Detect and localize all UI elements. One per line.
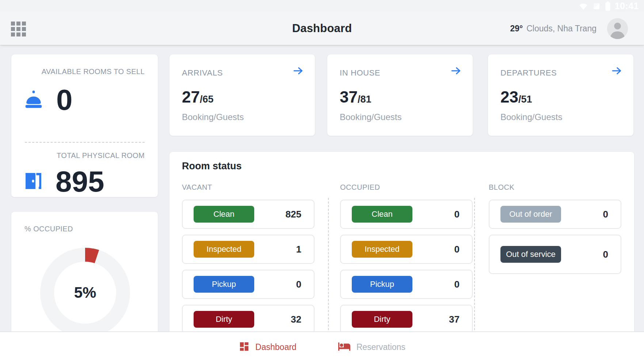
door-icon [23,171,43,193]
status-row-clean[interactable]: Clean825 [182,200,315,229]
status-pill: Clean [352,206,412,223]
stat-card-departures[interactable]: DEPARTURES23/51Booking/Guests [488,54,634,136]
status-pill: Pickup [194,276,254,293]
status-row-inspected[interactable]: Inspected0 [340,235,473,264]
status-count: 1 [296,244,301,255]
stat-card-label: IN HOUSE [340,68,380,78]
app-header: Dashboard 29° Clouds, Nha Trang [0,12,644,45]
stat-card-count: 37 [340,88,358,106]
room-status-column-label: OCCUPIED [340,183,473,192]
bottom-navigation: DashboardReservations [0,331,644,362]
stat-card-counts: 23/51 [500,88,532,106]
status-row-dirty[interactable]: Dirty32 [182,305,315,334]
status-count: 0 [454,244,460,255]
stat-card-caption: Booking/Guests [340,112,401,122]
occupied-percent-label: % OCCUPIED [24,225,73,233]
stat-card-count: 27 [182,88,200,106]
room-status-column-label: BLOCK [489,183,621,192]
bed-icon [338,341,351,353]
nav-item-reservations[interactable]: Reservations [338,341,405,353]
nav-item-label: Dashboard [255,342,297,352]
main-content: AVAILABLE ROOMS TO SELL 0 TOTAL PHYSICAL… [0,45,644,362]
status-row-out-of-service[interactable]: Out of service0 [489,235,621,274]
weather-description: Clouds, Nha Trang [526,24,597,34]
occupancy-donut-chart: 5% [40,248,130,338]
rooms-inventory-card: AVAILABLE ROOMS TO SELL 0 TOTAL PHYSICAL… [11,54,158,197]
nav-item-dashboard[interactable]: Dashboard [239,341,297,354]
available-rooms-value: 0 [56,85,73,115]
dashboard-icon [239,341,250,354]
occupancy-percent-value: 5% [74,284,96,301]
status-pill: Inspected [194,241,254,258]
available-rooms-label: AVAILABLE ROOMS TO SELL [11,68,158,76]
room-status-column-vacant: VACANTClean825Inspected1Pickup0Dirty32 [182,183,315,340]
status-row-dirty[interactable]: Dirty37 [340,305,473,334]
stat-card-arrivals[interactable]: ARRIVALS27/65Booking/Guests [169,54,315,136]
status-pill: Inspected [352,241,412,258]
status-count: 0 [296,279,301,290]
room-status-column-block: BLOCKOut of order0Out of service0 [489,183,621,280]
status-count: 0 [603,209,608,220]
stat-card-caption: Booking/Guests [182,112,244,122]
weather-temperature: 29° [510,24,523,34]
stat-card-counts: 27/65 [182,88,214,106]
status-pill: Out of order [500,206,561,223]
room-status-title: Room status [182,161,242,172]
status-pill: Clean [194,206,254,223]
status-pill: Dirty [352,311,412,328]
status-row-clean[interactable]: Clean0 [340,200,473,229]
stat-card-in-house[interactable]: IN HOUSE37/81Booking/Guests [327,54,473,136]
room-status-column-label: VACANT [182,183,315,192]
stat-card-total: /51 [518,94,532,105]
status-row-pickup[interactable]: Pickup0 [340,270,473,299]
wifi-icon [579,2,588,10]
app-screen: 10:41 Dashboard 29° Clouds, Nha Trang AV… [0,0,644,362]
status-row-out-of-order[interactable]: Out of order0 [489,200,621,229]
battery-icon [605,1,611,11]
status-count: 0 [603,249,608,260]
arrow-right-icon[interactable] [611,66,622,77]
weather-widget: 29° Clouds, Nha Trang [510,12,597,45]
status-count: 0 [454,209,460,220]
stat-card-label: ARRIVALS [182,68,223,78]
dashed-divider [25,142,145,143]
status-pill: Out of service [500,246,561,263]
room-status-card: Room status VACANTClean825Inspected1Pick… [169,151,635,362]
status-row-pickup[interactable]: Pickup0 [182,270,315,299]
status-pill: Dirty [194,311,254,328]
stat-card-total: /81 [358,94,371,105]
status-count: 0 [454,279,460,290]
status-count: 32 [291,314,301,325]
bell-icon [23,90,44,110]
stat-card-count: 23 [500,88,518,106]
android-status-bar: 10:41 [0,0,644,12]
status-pill: Pickup [352,276,412,293]
stat-card-total: /65 [200,94,214,105]
total-physical-room-label: TOTAL PHYSICAL ROOM [11,151,158,160]
status-row-inspected[interactable]: Inspected1 [182,235,315,264]
arrow-right-icon[interactable] [293,66,304,77]
clock-time: 10:41 [615,1,639,11]
cell-signal-off-icon [592,2,601,11]
stat-card-caption: Booking/Guests [500,112,562,122]
room-status-column-occupied: OCCUPIEDClean0Inspected0Pickup0Dirty37 [340,183,473,340]
total-physical-room-value: 895 [56,167,104,196]
arrow-right-icon[interactable] [451,66,462,77]
nav-item-label: Reservations [357,342,405,352]
status-count: 825 [286,209,301,220]
stat-card-label: DEPARTURES [500,68,557,78]
status-count: 37 [449,314,460,325]
stat-card-counts: 37/81 [340,88,371,106]
user-avatar[interactable] [607,18,628,39]
